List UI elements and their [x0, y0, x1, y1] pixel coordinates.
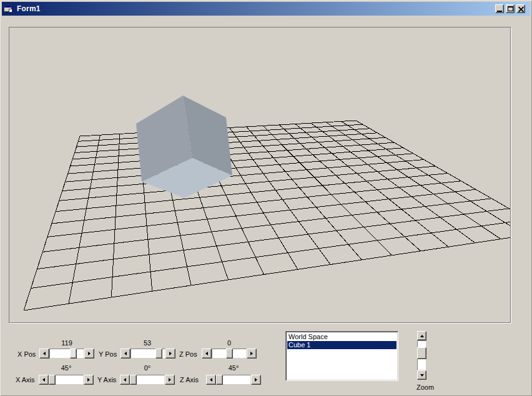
- x-axis-thumb[interactable]: [49, 375, 56, 385]
- grid-line: [59, 166, 436, 200]
- grid-line: [263, 126, 392, 255]
- z-pos-thumb[interactable]: [226, 349, 233, 359]
- triangle-left-icon: [43, 352, 46, 355]
- triangle-right-icon: [255, 378, 257, 382]
- z-pos-left-arrow-button[interactable]: [202, 349, 212, 359]
- triangle-right-icon: [88, 352, 91, 355]
- x-axis-label: X Axis: [16, 376, 35, 384]
- zoom-down-arrow-button[interactable]: [417, 370, 426, 380]
- grid-line: [65, 154, 413, 182]
- title-bar: Form1: [2, 2, 530, 16]
- grid-line: [24, 232, 510, 310]
- y-pos-label: Y Pos: [99, 350, 117, 358]
- z-axis-left-arrow-button[interactable]: [206, 375, 216, 385]
- grid-line: [311, 123, 475, 243]
- y-pos-scrollbar[interactable]: [121, 349, 175, 359]
- minimize-icon: [497, 11, 502, 12]
- grid-line: [62, 160, 424, 191]
- scene-viewport: [9, 27, 511, 323]
- triangle-left-icon: [42, 378, 45, 382]
- zoom-thumb[interactable]: [417, 347, 426, 359]
- window-title: Form1: [17, 4, 41, 13]
- y-axis-label: Y Axis: [97, 376, 116, 384]
- form-window: Form1 119X Pos53Y Pos0Z Pos45°X Axis0°Y …: [0, 0, 532, 396]
- x-pos-thumb[interactable]: [70, 349, 77, 359]
- x-pos-label: X Pos: [17, 350, 36, 358]
- z-pos-right-arrow-button[interactable]: [247, 349, 257, 359]
- z-pos-scrollbar[interactable]: [202, 349, 257, 359]
- x-axis-right-arrow-button[interactable]: [84, 375, 94, 385]
- grid-line: [69, 135, 100, 304]
- x-pos-value: 119: [61, 339, 72, 347]
- y-pos-thumb[interactable]: [155, 349, 162, 359]
- grid-line: [356, 121, 510, 232]
- list-item[interactable]: Cube 1: [287, 341, 397, 349]
- triangle-left-icon: [124, 352, 127, 355]
- y-pos-right-arrow-button[interactable]: [165, 349, 175, 359]
- form-icon: [4, 4, 14, 13]
- grid-line: [326, 122, 501, 239]
- y-axis-right-arrow-button[interactable]: [165, 375, 175, 385]
- scene-object-listbox[interactable]: World SpaceCube 1: [285, 331, 398, 381]
- maximize-button[interactable]: [506, 4, 515, 13]
- y-axis-value: 0°: [144, 364, 151, 372]
- z-axis-label: Z Axis: [180, 376, 199, 384]
- z-axis-thumb[interactable]: [216, 375, 223, 385]
- x-axis-scrollbar[interactable]: [39, 375, 94, 385]
- x-pos-left-arrow-button[interactable]: [39, 349, 49, 359]
- x-axis-left-arrow-button[interactable]: [39, 375, 49, 385]
- triangle-right-icon: [87, 378, 90, 382]
- y-pos-left-arrow-button[interactable]: [121, 349, 131, 359]
- scene-3d-render: [9, 27, 510, 322]
- triangle-down-icon: [420, 374, 424, 377]
- x-axis-value: 45°: [61, 364, 72, 372]
- y-axis-left-arrow-button[interactable]: [120, 375, 130, 385]
- grid-line: [341, 121, 510, 235]
- x-pos-scrollbar[interactable]: [39, 349, 94, 359]
- z-axis-right-arrow-button[interactable]: [251, 375, 261, 385]
- z-axis-value: 45°: [229, 364, 239, 372]
- triangle-right-icon: [169, 378, 171, 382]
- triangle-left-icon: [124, 378, 126, 382]
- triangle-left-icon: [210, 378, 212, 382]
- z-axis-scrollbar[interactable]: [206, 375, 261, 385]
- close-icon: [518, 6, 524, 12]
- zoom-label: Zoom: [416, 384, 434, 391]
- zoom-scrollbar[interactable]: [417, 331, 426, 380]
- maximize-icon: [508, 6, 513, 11]
- minimize-button[interactable]: [495, 4, 504, 13]
- grid-line: [52, 181, 461, 224]
- x-pos-track[interactable]: [49, 349, 84, 359]
- y-axis-thumb[interactable]: [130, 375, 137, 385]
- grid-line: [111, 134, 120, 297]
- triangle-right-icon: [169, 352, 172, 355]
- list-item[interactable]: World Space: [287, 333, 397, 341]
- z-pos-label: Z Pos: [179, 350, 197, 358]
- triangle-right-icon: [250, 352, 253, 355]
- z-pos-value: 0: [227, 339, 231, 347]
- grid-line: [31, 220, 510, 289]
- x-pos-right-arrow-button[interactable]: [84, 349, 94, 359]
- y-axis-scrollbar[interactable]: [120, 375, 175, 385]
- close-button[interactable]: [516, 4, 525, 13]
- zoom-up-arrow-button[interactable]: [417, 331, 426, 340]
- grid-line: [56, 173, 448, 211]
- triangle-up-icon: [420, 335, 424, 337]
- y-pos-value: 53: [144, 339, 151, 347]
- triangle-left-icon: [205, 352, 208, 355]
